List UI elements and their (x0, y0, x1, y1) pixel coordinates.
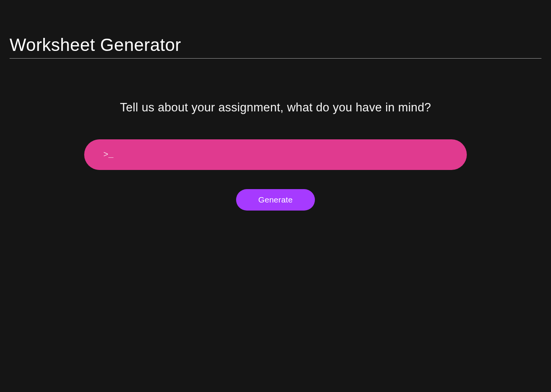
main-content: Tell us about your assignment, what do y… (10, 101, 541, 211)
page-title: Worksheet Generator (10, 34, 541, 59)
app-container: Worksheet Generator Tell us about your a… (0, 0, 551, 211)
prompt-input[interactable] (103, 150, 448, 160)
generate-button[interactable]: Generate (236, 189, 315, 211)
prompt-label: Tell us about your assignment, what do y… (120, 101, 431, 114)
prompt-input-wrapper (84, 139, 467, 170)
